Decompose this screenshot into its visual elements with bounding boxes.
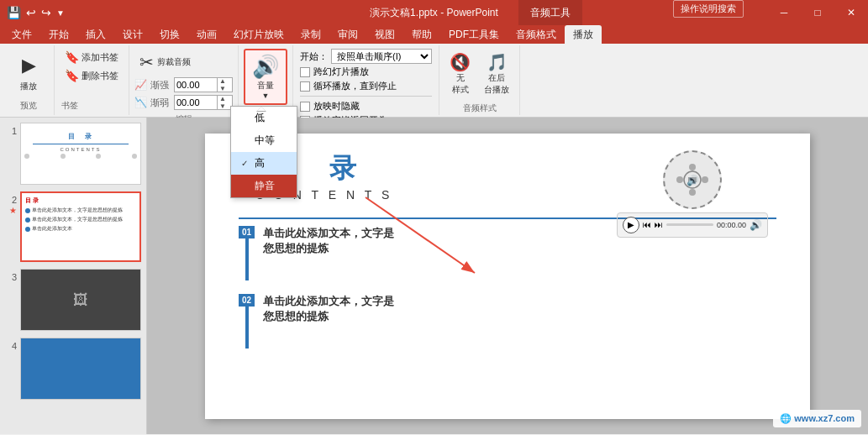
cross-slide-checkbox[interactable] <box>300 67 310 77</box>
s1-dot-4 <box>132 154 137 159</box>
undo-icon[interactable]: ↩ <box>26 6 36 19</box>
s2-icon-1 <box>25 208 30 213</box>
audio-rewind-icon[interactable]: ⏮ <box>643 220 651 229</box>
audio-style-group: 🔇 无样式 🎵 在后台播放 音频样式 <box>439 45 520 115</box>
play-icon: ▶ <box>15 52 42 79</box>
volume-dropdown: 低 中等 ✓ 高 静音 <box>230 106 297 198</box>
fade-out-spinbox[interactable]: ▲ ▼ <box>174 95 233 110</box>
speaker-icon: 🔊 <box>252 54 279 80</box>
tab-transitions[interactable]: 切换 <box>151 25 188 44</box>
background-play-button[interactable]: 🎵 在后台播放 <box>479 49 514 99</box>
maximize-button[interactable]: □ <box>801 0 834 25</box>
item-num-box-2: 02 <box>239 294 255 349</box>
remove-bookmark-icon: 🔖 <box>65 69 79 82</box>
slide-num-4: 4 <box>5 341 17 351</box>
volume-button[interactable]: 🔊 音量 ▼ <box>244 49 287 105</box>
fade-in-input[interactable] <box>175 80 217 90</box>
volume-group: 🔊 音量 ▼ 低 中等 ✓ 高 静音 音量 <box>239 45 293 115</box>
item-num-label-2: 02 <box>239 294 255 307</box>
preview-group: ▶ 播放 预览 <box>3 45 55 115</box>
redo-icon[interactable]: ↪ <box>41 6 51 19</box>
fade-out-down[interactable]: ▼ <box>218 102 228 110</box>
trim-row: ✂ 剪裁音频 <box>134 49 233 76</box>
minimize-button[interactable]: ─ <box>767 0 801 25</box>
tab-pdf[interactable]: PDF工具集 <box>440 25 508 44</box>
slide-thumb-3[interactable]: 3 🖼 <box>3 267 143 333</box>
s2-text-3: 单击此处添加文本 <box>32 225 72 233</box>
trim-audio-button[interactable]: ✂ 剪裁音频 <box>134 49 196 76</box>
window-title: 演示文稿1.pptx - PowerPoint <box>370 6 498 20</box>
fade-out-row: 📉 渐弱 ▲ ▼ <box>134 95 233 110</box>
style-buttons: 🔇 无样式 🎵 在后台播放 <box>445 49 514 99</box>
hide-label: 放映时隐藏 <box>313 100 360 113</box>
quick-access-customize[interactable]: ▼ <box>56 8 65 18</box>
search-button[interactable]: 操作说明搜索 <box>673 0 744 18</box>
tab-view[interactable]: 视图 <box>366 25 403 44</box>
content-item-2: 02 单击此处添加文本，文字是您思想的提炼 <box>239 294 634 349</box>
chart-bars-icon: 📈 <box>134 79 147 91</box>
high-check: ✓ <box>241 159 251 168</box>
audio-time: 00:00.00 <box>717 221 746 229</box>
tab-design[interactable]: 设计 <box>114 25 151 44</box>
s2-text-2: 单击此处添加文本，文字是您思想的提炼 <box>32 216 123 223</box>
ribbon: ▶ 播放 预览 🔖 添加书签 🔖 删除书签 书签 ✂ 剪裁音频 📈 渐强 <box>0 44 868 118</box>
start-select[interactable]: 自动 单击时 按照单击顺序(I) <box>331 49 432 64</box>
watermark: 🌐 www.xz7.com <box>773 410 861 427</box>
volume-dropdown-arrow: ▼ <box>262 92 270 100</box>
edit-group: ✂ 剪裁音频 📈 渐强 ▲ ▼ 📉 渐弱 <box>129 45 239 115</box>
audio-icon[interactable]: 🔊 <box>663 150 722 209</box>
audio-volume-icon[interactable]: 🔊 <box>750 219 762 231</box>
volume-option-medium[interactable]: 中等 <box>231 129 297 152</box>
save-icon[interactable]: 💾 <box>7 6 21 19</box>
tab-slideshow[interactable]: 幻灯片放映 <box>225 25 292 44</box>
bookmark-group-label: 书签 <box>61 98 122 112</box>
watermark-text: www.xz7.com <box>794 413 855 423</box>
tab-review[interactable]: 审阅 <box>329 25 366 44</box>
fade-out-up[interactable]: ▲ <box>218 95 228 102</box>
tab-help[interactable]: 帮助 <box>403 25 440 44</box>
slide-thumb-2[interactable]: 2★ 目 录 单击此处添加文本，文字是您思想的提炼 单击此处添加文本，文字是您思… <box>3 190 143 264</box>
audio-progress-bar[interactable] <box>666 223 713 226</box>
fade-controls: 📈 渐强 ▲ ▼ 📉 渐弱 ▲ ▼ <box>134 77 233 110</box>
tab-insert[interactable]: 插入 <box>77 25 114 44</box>
add-bookmark-button[interactable]: 🔖 添加书签 <box>61 49 122 66</box>
s2-icon-2 <box>25 218 30 223</box>
fade-in-spinbox[interactable]: ▲ ▼ <box>174 77 233 92</box>
loop-checkbox[interactable] <box>300 81 310 92</box>
volume-option-low[interactable]: 低 <box>231 107 297 129</box>
audio-widget: 🔊 ▶ ⏮ ⏭ 00:00.00 🔊 <box>617 150 768 238</box>
window-controls: ─ □ ✕ <box>767 0 868 25</box>
s1-title: 目 录 <box>21 123 140 141</box>
s1-dot-1 <box>24 154 29 159</box>
close-button[interactable]: ✕ <box>834 0 868 25</box>
tab-file[interactable]: 文件 <box>3 25 40 44</box>
tab-playback[interactable]: 播放 <box>565 25 602 44</box>
fade-out-input[interactable] <box>175 97 217 107</box>
slide-thumb-4[interactable]: 4 <box>3 336 143 401</box>
bookmark-group: 🔖 添加书签 🔖 删除书签 书签 <box>55 45 129 115</box>
fade-in-down[interactable]: ▼ <box>218 85 228 92</box>
audio-forward-icon[interactable]: ⏭ <box>655 220 663 229</box>
volume-option-mute[interactable]: 静音 <box>231 175 297 197</box>
audio-style-label: 音频样式 <box>463 101 497 114</box>
s2-items: 单击此处添加文本，文字是您思想的提炼 单击此处添加文本，文字是您思想的提炼 单击… <box>22 207 139 233</box>
volume-option-high[interactable]: ✓ 高 <box>231 152 297 175</box>
slide-img-3: 🖼 <box>20 269 141 331</box>
tab-audio-format[interactable]: 音频格式 <box>508 25 565 44</box>
item-num-bar-2 <box>245 307 249 349</box>
remove-bookmark-button[interactable]: 🔖 删除书签 <box>61 67 122 84</box>
slide-thumb-1[interactable]: 1 目 录 CONTENTS <box>3 121 143 186</box>
tab-animations[interactable]: 动画 <box>188 25 225 44</box>
hide-checkbox[interactable] <box>300 102 310 112</box>
fade-in-up[interactable]: ▲ <box>218 77 228 85</box>
no-style-button[interactable]: 🔇 无样式 <box>445 49 476 99</box>
tab-home[interactable]: 开始 <box>40 25 77 44</box>
content-item-1: 01 单击此处添加文本，文字是您思想的提炼 <box>239 226 634 280</box>
play-button[interactable]: ▶ 播放 <box>10 49 47 96</box>
item-text-2: 单击此处添加文本，文字是您思想的提炼 <box>263 294 634 324</box>
s3-placeholder: 🖼 <box>73 291 88 309</box>
fade-in-row: 📈 渐强 ▲ ▼ <box>134 77 233 92</box>
title-bar: 💾 ↩ ↪ ▼ 演示文稿1.pptx - PowerPoint 音频工具 操作说… <box>0 0 868 25</box>
tab-record[interactable]: 录制 <box>292 25 329 44</box>
slide-panel: 1 目 录 CONTENTS 2★ <box>0 118 147 434</box>
